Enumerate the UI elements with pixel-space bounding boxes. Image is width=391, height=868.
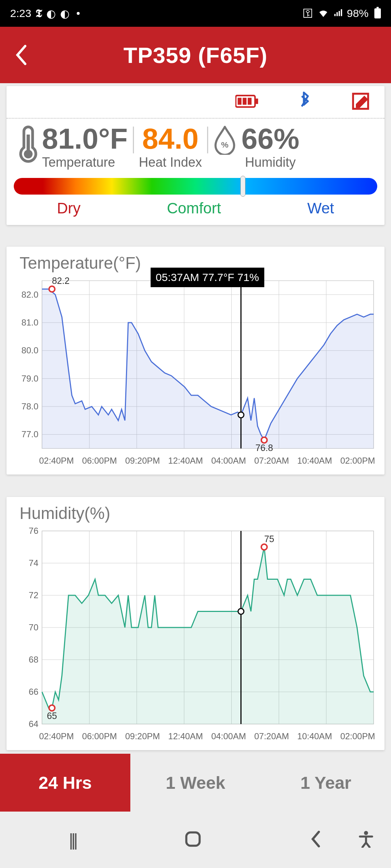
svg-rect-1 xyxy=(255,99,258,104)
more-icon xyxy=(77,12,80,15)
page-title: TP359 (F65F) xyxy=(32,42,359,68)
svg-text:79.0: 79.0 xyxy=(21,374,38,383)
device-battery-icon xyxy=(235,95,258,109)
chart-tooltip: 05:37AM 77.7°F 71% xyxy=(151,268,264,287)
humidity-icon: % xyxy=(213,126,236,155)
humidity-label: Humidity xyxy=(245,155,296,170)
humidity-value: 66% xyxy=(241,124,299,153)
notif-icon-2: ◐ xyxy=(60,7,70,20)
humidity-chart-card: Humidity(%) 646668707274767565 02:40PM06… xyxy=(7,497,384,750)
svg-rect-64 xyxy=(186,833,199,846)
svg-point-5 xyxy=(24,150,33,158)
status-time: 2:23 xyxy=(10,7,31,20)
svg-text:77.0: 77.0 xyxy=(21,429,38,439)
svg-point-60 xyxy=(261,544,267,550)
tab-1year[interactable]: 1 Year xyxy=(261,754,391,812)
temperature-value: 81.0°F xyxy=(42,124,128,153)
svg-text:75: 75 xyxy=(264,534,274,544)
vpn-icon: ⚿ xyxy=(303,7,314,20)
svg-text:70: 70 xyxy=(29,622,38,632)
svg-text:%: % xyxy=(221,140,228,149)
svg-text:76.8: 76.8 xyxy=(255,443,273,453)
spectrum-label-dry: Dry xyxy=(57,200,80,217)
svg-text:80.0: 80.0 xyxy=(21,345,38,355)
edit-button[interactable] xyxy=(351,92,370,112)
svg-text:64: 64 xyxy=(29,719,38,729)
battery-icon xyxy=(374,8,381,18)
svg-point-62 xyxy=(49,705,55,711)
back-nav-button[interactable] xyxy=(310,831,322,849)
svg-text:66: 66 xyxy=(29,687,38,697)
wifi-icon xyxy=(318,7,329,20)
svg-rect-2 xyxy=(237,98,241,105)
svg-rect-3 xyxy=(243,98,247,105)
time-range-tabs: 24 Hrs 1 Week 1 Year xyxy=(0,754,391,812)
heatindex-value: 84.0 xyxy=(142,124,199,153)
back-button[interactable] xyxy=(10,44,32,66)
nyt-icon: 𝕿 xyxy=(35,7,42,20)
humidity-spectrum[interactable] xyxy=(14,178,377,195)
svg-text:82.2: 82.2 xyxy=(52,276,70,286)
svg-point-59 xyxy=(238,609,244,614)
status-bar: 2:23 𝕿 ◐ ◐ ⚿ 98% xyxy=(0,0,391,27)
svg-text:72: 72 xyxy=(29,590,38,600)
humidity-chart-title: Humidity(%) xyxy=(20,503,378,523)
readings-card: 81.0°F Temperature 84.0 Heat Index % 66%… xyxy=(7,86,384,225)
humidity-x-axis: 02:40PM06:00PM09:20PM12:40AM04:00AM07:20… xyxy=(39,731,375,741)
svg-rect-4 xyxy=(248,98,252,105)
svg-text:82.0: 82.0 xyxy=(21,290,38,299)
separator xyxy=(133,127,134,153)
bluetooth-icon xyxy=(298,92,311,112)
spectrum-label-comfort: Comfort xyxy=(167,200,221,217)
svg-text:65: 65 xyxy=(47,711,57,721)
tab-1week[interactable]: 1 Week xyxy=(130,754,261,812)
svg-text:78.0: 78.0 xyxy=(21,401,38,411)
accessibility-button[interactable] xyxy=(358,830,374,849)
temperature-x-axis: 02:40PM06:00PM09:20PM12:40AM04:00AM07:20… xyxy=(39,456,375,466)
battery-pct: 98% xyxy=(347,7,369,20)
system-nav-bar: ||| xyxy=(0,812,391,868)
svg-point-33 xyxy=(261,437,267,443)
spectrum-marker xyxy=(240,176,245,197)
svg-text:76: 76 xyxy=(29,526,38,536)
svg-text:68: 68 xyxy=(29,655,38,664)
recents-button[interactable]: ||| xyxy=(69,830,76,850)
temperature-label: Temperature xyxy=(42,155,115,170)
svg-point-30 xyxy=(238,412,244,418)
svg-text:74: 74 xyxy=(29,558,38,568)
svg-point-65 xyxy=(364,831,368,835)
spectrum-label-wet: Wet xyxy=(307,200,334,217)
notif-icon-1: ◐ xyxy=(46,7,56,20)
heatindex-label: Heat Index xyxy=(139,155,202,170)
separator xyxy=(207,127,208,153)
svg-rect-6 xyxy=(27,135,30,151)
thermometer-icon xyxy=(17,124,39,164)
humidity-chart[interactable]: 646668707274767565 xyxy=(13,523,378,729)
tab-24hrs[interactable]: 24 Hrs xyxy=(0,754,130,812)
temperature-chart[interactable]: 77.078.079.080.081.082.082.276.8 05:37AM… xyxy=(13,273,378,454)
app-header: TP359 (F65F) xyxy=(0,27,391,83)
svg-point-31 xyxy=(49,286,55,292)
signal-icon xyxy=(333,7,342,20)
svg-text:81.0: 81.0 xyxy=(21,318,38,327)
home-button[interactable] xyxy=(185,831,201,849)
temperature-chart-card: Temperature(°F) 77.078.079.080.081.082.0… xyxy=(7,247,384,475)
